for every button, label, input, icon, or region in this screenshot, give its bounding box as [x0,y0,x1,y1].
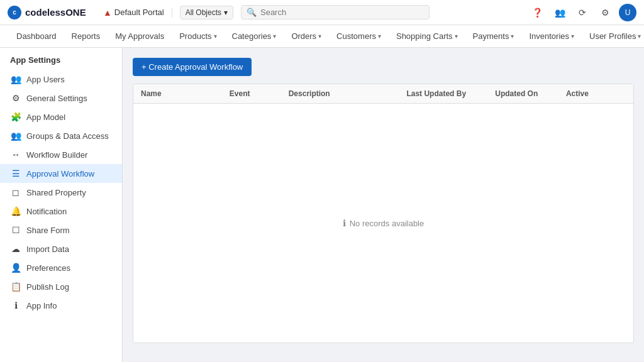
portal-label: Default Portal [114,8,164,17]
share-form-icon: ☐ [10,225,21,235]
sidebar-item-workflow-builder[interactable]: ↔Workflow Builder [0,145,122,164]
chevron-down-icon: ▾ [224,8,228,17]
scrollbar-spacer [613,89,626,98]
chevron-down-icon: ▾ [378,33,381,40]
chevron-down-icon: ▾ [318,33,321,40]
sidebar-item-label: App Model [26,112,65,122]
workflow-builder-icon: ↔ [10,150,21,160]
empty-message: No records available [350,219,425,228]
chevron-down-icon: ▾ [273,33,276,40]
sidebar-item-app-users[interactable]: 👥App Users [0,70,122,89]
sidebar-item-label: Approval Workflow [26,169,94,178]
sidebar-item-label: App Users [26,75,65,84]
chevron-down-icon: ▾ [638,33,641,40]
search-input[interactable] [260,8,424,17]
app-users-icon: 👥 [10,74,21,84]
create-approval-workflow-button[interactable]: + Create Approval Workflow [133,58,252,76]
create-button-label: + Create Approval Workflow [142,62,243,72]
avatar[interactable]: U [619,4,636,21]
sidebar-item-label: Notification [26,207,67,216]
top-navbar: c codelessONE ▲ Default Portal All Objec… [0,0,644,25]
notification-icon: 🔔 [10,206,21,216]
logo-area: c codelessONE [8,6,96,19]
all-objects-label: All Objects [186,8,221,17]
history-icon[interactable]: ⟳ [574,4,591,21]
app-model-icon: 🧩 [10,112,21,122]
sidebar-item-label: App Info [26,301,57,310]
table-container: NameEventDescriptionLast Updated ByUpdat… [133,84,634,343]
sidebar-item-shared-property[interactable]: ◻Shared Property [0,183,122,202]
chevron-down-icon: ▾ [511,33,514,40]
nav-item-dashboard[interactable]: Dashboard [10,28,63,45]
sidebar-item-app-info[interactable]: ℹApp Info [0,296,122,315]
table-header: NameEventDescriptionLast Updated ByUpdat… [133,84,633,104]
table-col-name: Name [141,89,230,98]
sidebar-item-label: Groups & Data Access [26,131,109,141]
nav-item-shopping-carts[interactable]: Shopping Carts▾ [390,28,464,45]
sidebar-item-share-form[interactable]: ☐Share Form [0,221,122,239]
table-body: ℹ No records available [133,104,633,343]
sidebar-header: App Settings [0,48,122,70]
nav-item-orders[interactable]: Orders▾ [285,28,328,45]
sidebar-item-label: Publish Log [26,282,69,292]
nav-item-user-profiles[interactable]: User Profiles▾ [583,28,644,45]
all-objects-button[interactable]: All Objects ▾ [180,6,233,19]
table-col-updated-on: Updated On [495,89,566,98]
nav-item-my-approvals[interactable]: My Approvals [109,28,170,45]
sidebar-item-preferences[interactable]: 👤Preferences [0,258,122,277]
chevron-down-icon: ▾ [571,33,574,40]
sidebar-item-label: General Settings [26,94,87,103]
sidebar-item-label: Share Form [26,226,70,235]
sidebar-item-app-model[interactable]: 🧩App Model [0,107,122,126]
table-col-active: Active [566,89,613,98]
content-area: + Create Approval Workflow NameEventDesc… [123,48,644,362]
preferences-icon: 👤 [10,263,21,273]
chevron-down-icon: ▾ [455,33,458,40]
search-area[interactable]: 🔍 [241,5,430,19]
nav-item-customers[interactable]: Customers▾ [330,28,387,45]
logo-icon: c [8,6,21,19]
general-settings-icon: ⚙ [10,93,21,103]
nav-item-inventories[interactable]: Inventories▾ [523,28,580,45]
nav-item-categories[interactable]: Categories▾ [226,28,283,45]
search-icon: 🔍 [247,8,257,17]
publish-log-icon: 📋 [10,282,21,292]
app-info-icon: ℹ [10,300,21,310]
chevron-down-icon: ▾ [214,33,217,40]
sidebar-item-publish-log[interactable]: 📋Publish Log [0,277,122,296]
settings-icon[interactable]: ⚙ [596,4,614,21]
table-col-last-updated-by: Last Updated By [406,89,495,98]
shared-property-icon: ◻ [10,187,21,197]
users-icon[interactable]: 👥 [551,4,569,21]
nav-item-products[interactable]: Products▾ [173,28,223,45]
sidebar: App Settings 👥App Users⚙General Settings… [0,48,123,362]
navbar-icons: ❓ 👥 ⟳ ⚙ U [528,4,636,21]
nav-item-reports[interactable]: Reports [65,28,107,45]
info-icon: ℹ [343,218,346,228]
help-icon[interactable]: ❓ [528,4,546,21]
sidebar-item-import-data[interactable]: ☁Import Data [0,239,122,258]
sidebar-item-label: Shared Property [26,188,86,197]
sidebar-item-label: Import Data [26,244,69,254]
approval-workflow-icon: ☰ [10,168,21,178]
import-data-icon: ☁ [10,244,21,254]
sidebar-item-notification[interactable]: 🔔Notification [0,202,122,221]
sidebar-item-approval-workflow[interactable]: ☰Approval Workflow [0,164,122,183]
sidebar-item-groups-data-access[interactable]: 👥Groups & Data Access [0,126,122,145]
portal-area[interactable]: ▲ Default Portal [103,8,172,18]
sidebar-item-label: Workflow Builder [26,150,87,160]
nav-item-payments[interactable]: Payments▾ [467,28,521,45]
secondary-nav: DashboardReportsMy ApprovalsProducts▾Cat… [0,25,644,48]
table-col-event: Event [230,89,289,98]
portal-icon: ▲ [103,8,112,18]
sidebar-item-label: Preferences [26,263,70,273]
table-col-description: Description [289,89,407,98]
groups-data-access-icon: 👥 [10,131,21,141]
logo-text: codelessONE [25,7,86,18]
main-layout: App Settings 👥App Users⚙General Settings… [0,48,644,362]
sidebar-item-general-settings[interactable]: ⚙General Settings [0,89,122,107]
